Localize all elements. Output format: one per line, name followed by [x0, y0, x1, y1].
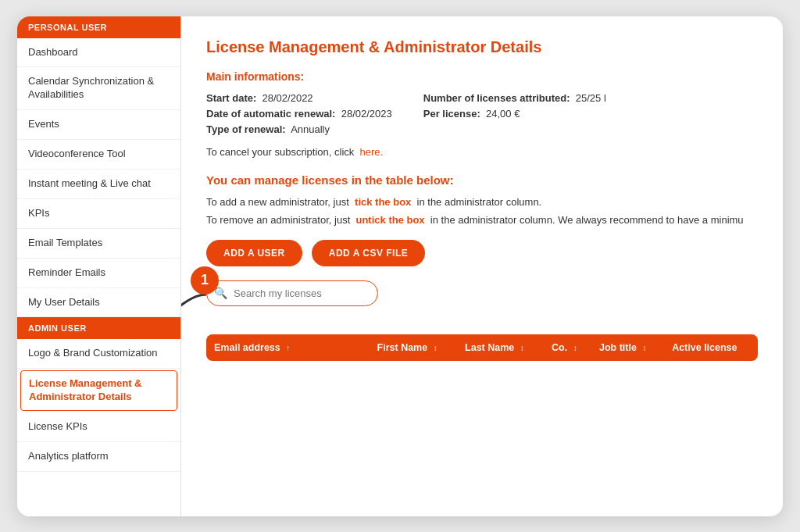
sort-email-icon[interactable]: ↑	[286, 344, 290, 352]
sidebar-item-user-details[interactable]: My User Details	[17, 288, 180, 318]
sort-lastname-icon[interactable]: ↕	[520, 344, 524, 352]
license-table: Email address ↑ First Name ↕ Last Name ↕	[206, 334, 758, 361]
sidebar-item-email-templates[interactable]: Email Templates	[17, 229, 180, 259]
col-last-name: Last Name ↕	[457, 334, 544, 361]
cancel-text: To cancel your subscription, click here.	[206, 146, 758, 158]
add-user-button[interactable]: ADD A USER	[206, 240, 302, 266]
sort-firstname-icon[interactable]: ↕	[434, 344, 438, 352]
search-wrapper: 🔍	[206, 280, 378, 306]
sidebar-item-license-management[interactable]: License Management & Administrator Detai…	[20, 370, 177, 411]
sidebar-admin-header: ADMIN USER	[17, 317, 180, 339]
col-active-license: Active license	[664, 334, 758, 361]
sidebar-item-reminder-emails[interactable]: Reminder Emails	[17, 259, 180, 288]
info-grid: Start date: 28/02/2022 Date of automatic…	[206, 92, 758, 135]
main-content: License Management & Administrator Detai…	[181, 16, 783, 516]
sidebar-item-kpis[interactable]: KPIs	[17, 199, 180, 229]
renewal-type-row: Type of renewal: Annually	[206, 123, 392, 135]
sidebar-item-videoconference[interactable]: Videoconference Tool	[17, 140, 180, 170]
search-input[interactable]	[206, 280, 378, 306]
remove-instruction: To remove an administrator, just untick …	[206, 214, 758, 226]
manage-text: You can manage licenses in the table bel…	[206, 173, 758, 187]
sidebar: PERSONAL USER Dashboard Calendar Synchro…	[17, 16, 181, 516]
sidebar-item-events[interactable]: Events	[17, 110, 180, 140]
sidebar-item-dashboard[interactable]: Dashboard	[17, 38, 180, 68]
info-right: Number of licenses attributed: 25/25 l P…	[423, 92, 606, 135]
section-main-info: Main informations:	[206, 70, 758, 83]
sidebar-personal-header: PERSONAL USER	[17, 16, 180, 38]
add-instruction: To add a new administrator, just tick th…	[206, 196, 758, 208]
start-date-row: Start date: 28/02/2022	[206, 92, 392, 104]
action-buttons: ADD A USER ADD A CSV FILE	[206, 240, 758, 266]
license-table-wrapper: Email address ↑ First Name ↕ Last Name ↕	[206, 334, 758, 361]
per-license-row: Per license: 24,00 €	[423, 108, 606, 120]
app-container: PERSONAL USER Dashboard Calendar Synchro…	[17, 16, 783, 516]
num-licenses-row: Number of licenses attributed: 25/25 l	[423, 92, 606, 104]
renewal-date-row: Date of automatic renewal: 28/02/2023	[206, 108, 392, 120]
table-header-row: Email address ↑ First Name ↕ Last Name ↕	[206, 334, 758, 361]
sidebar-item-analytics[interactable]: Analytics platform	[17, 442, 180, 472]
col-first-name: First Name ↕	[370, 334, 458, 361]
add-csv-button[interactable]: ADD A CSV FILE	[312, 240, 425, 266]
col-job-title: Job title ↕	[591, 334, 664, 361]
page-title: License Management & Administrator Detai…	[206, 38, 758, 56]
cancel-link[interactable]: here.	[360, 146, 384, 158]
info-left: Start date: 28/02/2022 Date of automatic…	[206, 92, 392, 135]
sidebar-item-instant-meeting[interactable]: Instant meeting & Live chat	[17, 170, 180, 199]
annotation-circle: 1	[191, 266, 219, 295]
col-email: Email address ↑	[206, 334, 370, 361]
col-company: Co. ↕	[544, 334, 591, 361]
tick-box-link[interactable]: tick the box	[355, 196, 411, 208]
sidebar-item-logo-brand[interactable]: Logo & Brand Customization	[17, 339, 180, 369]
search-annotation-row: 1 🔍	[206, 280, 758, 320]
sort-company-icon[interactable]: ↕	[573, 344, 577, 352]
sort-jobtitle-icon[interactable]: ↕	[642, 344, 646, 352]
untick-box-link[interactable]: untick the box	[355, 214, 424, 226]
sidebar-item-license-kpis[interactable]: License KPIs	[17, 412, 180, 442]
sidebar-item-calendar[interactable]: Calendar Synchronization & Availabilitie…	[17, 67, 180, 110]
